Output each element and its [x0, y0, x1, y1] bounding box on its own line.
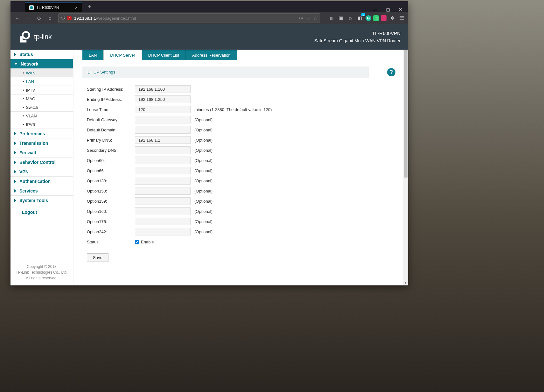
sidebar-item-label: Network [21, 61, 38, 66]
main-panel: LAN DHCP Server DHCP Client List Address… [73, 50, 408, 285]
sidebar-subitem-lan[interactable]: LAN [10, 77, 73, 86]
form-hint: (Optional) [194, 209, 213, 214]
sidebar-item-network[interactable]: Network [10, 59, 73, 69]
scroll-thumb[interactable] [404, 50, 408, 178]
form-input[interactable] [135, 218, 191, 225]
reload-button[interactable]: ⟳ [34, 13, 44, 23]
sidebar-item-behavior-control[interactable]: Behavior Control [10, 158, 73, 167]
form-label: Ending IP Address: [82, 97, 135, 102]
chevron-right-icon [14, 142, 16, 145]
library-icon[interactable]: ⫼ [327, 14, 335, 22]
form-row: Ending IP Address: [82, 94, 399, 104]
forward-button[interactable]: → [23, 13, 33, 23]
tab-address-reservation[interactable]: Address Reservation [186, 50, 237, 60]
app-menu-button[interactable]: ☰ [398, 14, 406, 22]
sidebar-subitem-ipv6[interactable]: IPV6 [10, 120, 73, 129]
chevron-right-icon [14, 199, 16, 202]
save-button[interactable]: Save [87, 253, 108, 262]
sidebar-item-firewall[interactable]: Firewall [10, 148, 73, 158]
extension-green-square-icon[interactable]: ⬚ [373, 15, 379, 21]
url-bar[interactable]: 🛡 ⁄ 192.168.1.1/webpages/index.html ••• … [58, 13, 320, 23]
form-input[interactable] [135, 126, 191, 134]
sidebar-item-label: Transmission [19, 141, 48, 146]
sidebar-subitem-wan[interactable]: WAN [10, 69, 73, 77]
status-row: Status: Enable [82, 237, 399, 247]
tab-close-icon[interactable]: × [75, 5, 78, 10]
status-option-text: Enable [141, 240, 154, 244]
form-input[interactable] [135, 106, 191, 113]
home-button[interactable]: ⌂ [45, 13, 55, 23]
sidebar-item-label: System Tools [19, 198, 48, 203]
status-checkbox-wrap[interactable]: Enable [135, 240, 154, 244]
form-input[interactable] [135, 228, 191, 235]
sidebar-item-vpn[interactable]: VPN [10, 167, 73, 177]
page-actions-icon[interactable]: ••• [299, 16, 303, 21]
insecure-lock-icon[interactable]: ⁄ [67, 16, 72, 20]
sidebar-item-status[interactable]: Status [10, 50, 73, 59]
sidebar-subitem-switch[interactable]: Switch [10, 103, 73, 112]
form-row: Option66:(Optional) [82, 165, 399, 176]
form-input[interactable] [135, 177, 191, 185]
extension-green-circle-icon[interactable]: G [366, 15, 371, 21]
help-icon[interactable]: ? [387, 68, 395, 76]
reader-icon[interactable]: ▽ [307, 16, 310, 21]
form-input[interactable] [135, 146, 191, 154]
sidebar-item-preferences[interactable]: Preferences [10, 129, 73, 138]
browser-tab[interactable]: TL-R600VPN × [25, 3, 82, 12]
tracking-shield-icon[interactable]: 🛡 [61, 16, 65, 21]
form-input[interactable] [135, 136, 191, 144]
window-maximize-button[interactable]: ▢ [381, 7, 394, 12]
chevron-right-icon [14, 161, 16, 164]
scroll-down-arrow-icon[interactable]: ▼ [403, 280, 408, 285]
window-minimize-button[interactable]: — [369, 7, 381, 12]
form-label: Secondary DNS: [82, 148, 135, 153]
content-tabs: LAN DHCP Server DHCP Client List Address… [82, 50, 399, 60]
form-label: Lease Time: [82, 107, 135, 112]
back-button[interactable]: ← [12, 13, 23, 23]
sidebar-item-transmission[interactable]: Transmission [10, 138, 73, 148]
tab-dhcp-client-list[interactable]: DHCP Client List [142, 50, 186, 60]
form-input[interactable] [135, 157, 191, 164]
sidebar-item-label: Preferences [19, 131, 45, 136]
form-input[interactable] [135, 95, 191, 103]
new-tab-button[interactable]: ＋ [87, 2, 92, 10]
form-input[interactable] [135, 187, 191, 195]
extension-badge-icon[interactable]: ◧ [356, 14, 364, 22]
sidebar-subitem-label: MAC [26, 96, 35, 101]
tab-title: TL-R600VPN [36, 5, 59, 10]
url-path: /webpages/index.html [96, 16, 136, 21]
extension-gear-icon[interactable]: ✲ [388, 14, 396, 22]
sidebar-subitem-mac[interactable]: MAC [10, 94, 73, 103]
page-header: tp-link TL-R600VPN SafeStream Gigabit Mu… [10, 24, 408, 50]
form-label: Option176: [82, 219, 135, 224]
window-close-button[interactable]: ✕ [394, 7, 407, 12]
form-hint: (Optional) [194, 138, 213, 143]
form-row: Lease Time:minutes (1-2880. The default … [82, 104, 399, 115]
form-input[interactable] [135, 116, 191, 123]
form-row: Starting IP Address: [82, 84, 399, 94]
browser-toolbar: ← → ⟳ ⌂ 🛡 ⁄ 192.168.1.1/webpages/index.h… [10, 12, 408, 24]
sidebar-item-services[interactable]: Services [10, 186, 73, 196]
extension-pink-icon[interactable] [381, 15, 387, 21]
tab-lan[interactable]: LAN [82, 50, 103, 60]
bookmark-star-icon[interactable]: ☆ [313, 16, 317, 21]
sidebar-subitem-iptv[interactable]: IPTV [10, 86, 73, 94]
vertical-scrollbar[interactable]: ▲ ▼ [403, 50, 408, 285]
form-input[interactable] [135, 85, 191, 93]
sidebar-item-authentication[interactable]: Authentication [10, 177, 73, 186]
sidebar-icon[interactable]: ▣ [337, 14, 345, 22]
chevron-right-icon [14, 189, 16, 192]
sidebar-item-system-tools[interactable]: System Tools [10, 196, 73, 205]
logout-link[interactable]: Logout [10, 205, 73, 219]
account-icon[interactable]: ☺ [346, 14, 354, 22]
sidebar-item-label: Authentication [19, 179, 51, 184]
sidebar-subitem-vlan[interactable]: VLAN [10, 112, 73, 120]
form-input[interactable] [135, 197, 191, 205]
form-label: Primary DNS: [82, 138, 135, 143]
tab-dhcp-server[interactable]: DHCP Server [103, 50, 142, 60]
status-enable-checkbox[interactable] [135, 240, 139, 244]
form-row: Option159:(Optional) [82, 196, 399, 206]
form-input[interactable] [135, 207, 191, 215]
form-row: Option160:(Optional) [82, 206, 399, 216]
form-input[interactable] [135, 167, 191, 174]
